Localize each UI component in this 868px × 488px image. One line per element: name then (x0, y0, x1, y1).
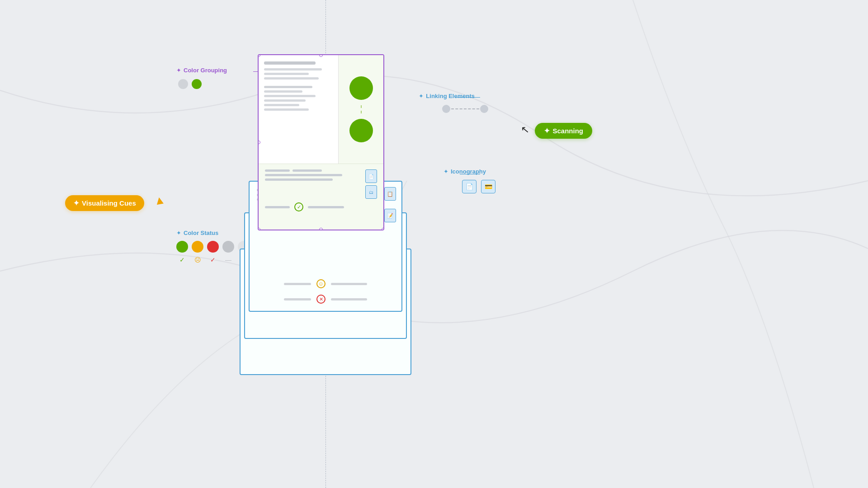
cursor-icon: ↖ (520, 123, 529, 136)
linking-elements-annotation: ✦ Linking Elements (419, 93, 475, 99)
cs-check-gray: — (222, 254, 234, 266)
iconography-connector (460, 174, 480, 174)
visualising-cues-label: Visualising Cues (82, 199, 136, 207)
canvas-background (0, 0, 868, 488)
color-status-annotation: ✦ Color Status (176, 230, 218, 236)
cs-check-green: ✓ (176, 254, 188, 266)
link-dot-right (480, 105, 488, 113)
link-dashes (451, 108, 479, 109)
color-grouping-label: Color Grouping (184, 67, 227, 74)
link-dot-left (442, 105, 450, 113)
color-status-label: Color Status (184, 230, 218, 236)
cg-circle-gray (178, 79, 188, 89)
color-grouping-circles (178, 79, 202, 89)
visualising-cues-badge[interactable]: ✦ Visualising Cues (65, 195, 144, 211)
green-circle-bottom (349, 119, 373, 142)
success-status-icon: ✓ (294, 202, 303, 211)
cs-check-red: ✓ (207, 254, 219, 266)
iconography-icons: 📄 💳 (462, 180, 495, 193)
icon-document: 📄 (462, 180, 476, 193)
iconography-asterisk: ✦ (443, 168, 448, 175)
warning-status-icon: ☺ (316, 279, 326, 288)
color-grouping-annotation: ✦ Color Grouping (176, 67, 227, 74)
linking-connector-line (455, 97, 480, 98)
scanning-badge-icon: ✦ (544, 127, 550, 135)
green-circle-top (349, 76, 373, 100)
doc-icon-1: 📋 (384, 187, 396, 201)
circles-panel (338, 55, 383, 164)
error-status-icon: ✕ (316, 295, 326, 304)
color-grouping-asterisk: ✦ (176, 67, 181, 74)
cs-dot-green (176, 241, 188, 253)
resize-handle-bl[interactable] (258, 228, 260, 230)
scanning-label: Scanning (552, 127, 583, 135)
cs-dot-red (207, 241, 219, 253)
background-lines (0, 0, 868, 488)
card-doc-icon-1: 📄 (365, 169, 377, 183)
color-status-dots (176, 241, 250, 253)
cs-dot-gray (222, 241, 234, 253)
resize-handle-bm[interactable] (319, 228, 323, 230)
card-doc-icon-2: 🗂 (365, 185, 377, 199)
cg-circle-green (192, 79, 202, 89)
main-card: 📄 🗂 ✓ (258, 54, 384, 230)
cs-dot-orange (192, 241, 203, 253)
badge-icon-left: ✦ (73, 199, 79, 207)
doc-icon-2: 📝 (384, 209, 396, 222)
scanning-badge[interactable]: ✦ Scanning (535, 123, 592, 139)
linking-dots-row (442, 105, 488, 113)
cs-check-orange: ☹ (192, 254, 203, 266)
linking-label: Linking Elements (426, 93, 475, 99)
circle-connector (361, 105, 362, 113)
color-status-checks: ✓ ☹ ✓ — ⊘ (176, 254, 250, 266)
icon-card: 💳 (481, 180, 495, 193)
linking-asterisk: ✦ (419, 93, 424, 99)
arrow-icon: ▲ (153, 192, 167, 208)
color-status-asterisk: ✦ (176, 230, 181, 236)
